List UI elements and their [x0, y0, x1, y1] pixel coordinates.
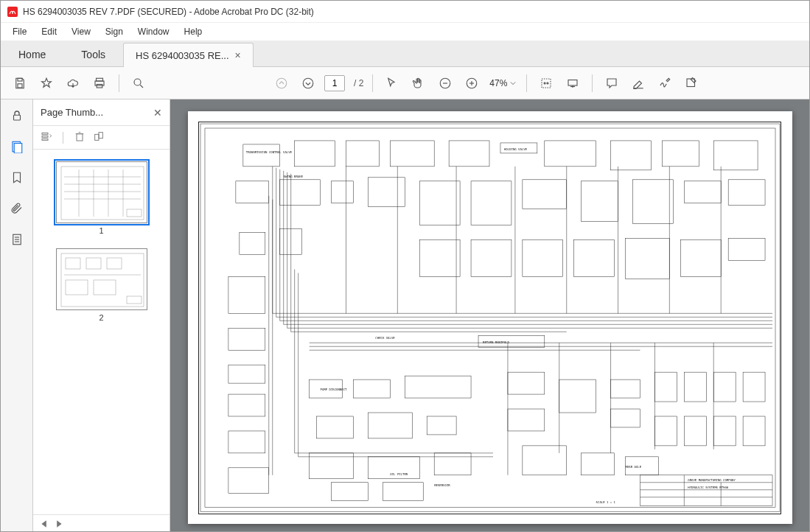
svg-rect-119: [581, 453, 614, 475]
svg-rect-79: [419, 240, 460, 277]
svg-rect-98: [368, 413, 412, 438]
svg-rect-81: [522, 240, 562, 277]
separator: [63, 132, 63, 144]
page-content: RETURN MANIFOLD GROVE MANUFACTURING: [188, 111, 792, 524]
save-button[interactable]: [10, 73, 30, 94]
svg-rect-55: [204, 128, 775, 508]
page-up-button[interactable]: [271, 73, 292, 94]
svg-rect-114: [654, 416, 677, 446]
menu-window[interactable]: Window: [132, 25, 175, 38]
svg-rect-113: [743, 372, 765, 402]
zoom-out-button[interactable]: [435, 73, 455, 94]
svg-rect-30: [42, 139, 48, 140]
thumbnails-tools: [33, 126, 170, 150]
svg-rect-1: [18, 78, 22, 81]
thumbnails-list[interactable]: 1 2: [33, 150, 170, 514]
svg-rect-70: [419, 181, 460, 225]
bookmark-icon[interactable]: [8, 169, 26, 186]
svg-rect-35: [99, 132, 102, 138]
thumbnails-icon[interactable]: [8, 138, 26, 155]
svg-rect-111: [684, 372, 706, 402]
svg-rect-49: [107, 258, 122, 269]
thumbnail-page-2[interactable]: 2: [56, 248, 147, 322]
svg-rect-95: [353, 379, 390, 398]
collapse-right-icon[interactable]: [54, 519, 63, 528]
highlight-button[interactable]: [628, 73, 649, 94]
svg-rect-106: [507, 409, 544, 431]
zoom-in-button[interactable]: [461, 73, 482, 94]
chevron-down-icon: [510, 80, 516, 86]
menu-sign[interactable]: Sign: [99, 25, 129, 38]
cloud-button[interactable]: [63, 73, 83, 94]
svg-rect-77: [239, 233, 265, 255]
collapse-left-icon[interactable]: [41, 519, 49, 528]
svg-rect-73: [581, 181, 618, 222]
svg-rect-65: [713, 141, 758, 170]
svg-rect-75: [684, 181, 721, 203]
svg-rect-115: [684, 416, 706, 446]
svg-rect-112: [713, 372, 736, 402]
lock-icon[interactable]: [8, 107, 26, 125]
thumbnails-title: Page Thumb...: [41, 107, 103, 118]
reading-mode-button[interactable]: [562, 73, 583, 94]
svg-rect-117: [743, 416, 765, 446]
rotate-icon[interactable]: [93, 130, 105, 145]
svg-rect-23: [14, 144, 22, 154]
svg-rect-96: [405, 376, 471, 398]
svg-rect-63: [610, 141, 651, 170]
close-panel-icon[interactable]: ✕: [153, 107, 162, 119]
layers-icon[interactable]: [8, 231, 26, 248]
delete-icon[interactable]: [74, 130, 85, 145]
sign-button[interactable]: [654, 73, 675, 94]
tab-tools[interactable]: Tools: [63, 43, 123, 66]
thumbnail-page-1[interactable]: 1: [56, 161, 147, 235]
options-icon[interactable]: [41, 130, 52, 145]
svg-rect-76: [728, 180, 765, 206]
select-tool[interactable]: [382, 73, 402, 94]
menu-file[interactable]: File: [7, 25, 32, 38]
svg-text:RETURN MANIFOLD: RETURN MANIFOLD: [483, 340, 509, 344]
svg-rect-108: [610, 379, 640, 398]
menu-edit[interactable]: Edit: [35, 25, 63, 38]
svg-rect-107: [559, 379, 596, 413]
svg-rect-58: [346, 141, 379, 167]
hand-tool[interactable]: [408, 73, 429, 94]
svg-rect-93: [228, 468, 268, 494]
svg-rect-74: [632, 180, 673, 224]
svg-rect-28: [42, 133, 48, 134]
svg-rect-84: [680, 240, 721, 277]
page-down-button[interactable]: [298, 73, 318, 94]
comment-button[interactable]: [601, 73, 622, 94]
tab-home[interactable]: Home: [1, 43, 63, 66]
document-viewer[interactable]: RETURN MANIFOLD GROVE MANUFACTURING: [170, 99, 809, 532]
menu-help[interactable]: Help: [178, 25, 209, 38]
zoom-find-button[interactable]: [128, 73, 149, 94]
svg-text:RESERVOIR: RESERVOIR: [434, 483, 450, 487]
svg-rect-34: [95, 134, 99, 140]
thumbnails-header: Page Thumb... ✕: [33, 99, 170, 126]
svg-rect-89: [228, 328, 265, 350]
close-tab-icon[interactable]: ×: [235, 49, 241, 61]
svg-rect-5: [97, 84, 102, 88]
more-tools-button[interactable]: [681, 73, 702, 94]
tab-document[interactable]: HS 6294003035 RE... ×: [123, 43, 254, 67]
svg-rect-105: [507, 372, 544, 394]
svg-point-9: [303, 78, 313, 88]
attachment-icon[interactable]: [8, 200, 26, 217]
star-button[interactable]: [36, 73, 57, 94]
svg-rect-90: [228, 365, 265, 383]
svg-rect-67: [279, 180, 320, 206]
svg-text:GROVE MANUFACTURING COMPANY: GROVE MANUFACTURING COMPANY: [688, 478, 736, 482]
page-number-input[interactable]: [324, 75, 345, 91]
fit-width-button[interactable]: [536, 73, 556, 94]
zoom-level-select[interactable]: 47%: [488, 77, 517, 90]
menu-view[interactable]: View: [66, 25, 97, 38]
content-area: Page Thumb... ✕ 1 2: [1, 99, 809, 532]
svg-rect-21: [13, 115, 20, 120]
print-button[interactable]: [89, 73, 110, 94]
svg-point-8: [276, 78, 287, 88]
svg-rect-60: [449, 141, 489, 167]
rail-nav: [1, 99, 33, 532]
acrobat-icon: [7, 6, 18, 18]
svg-rect-72: [522, 180, 566, 209]
